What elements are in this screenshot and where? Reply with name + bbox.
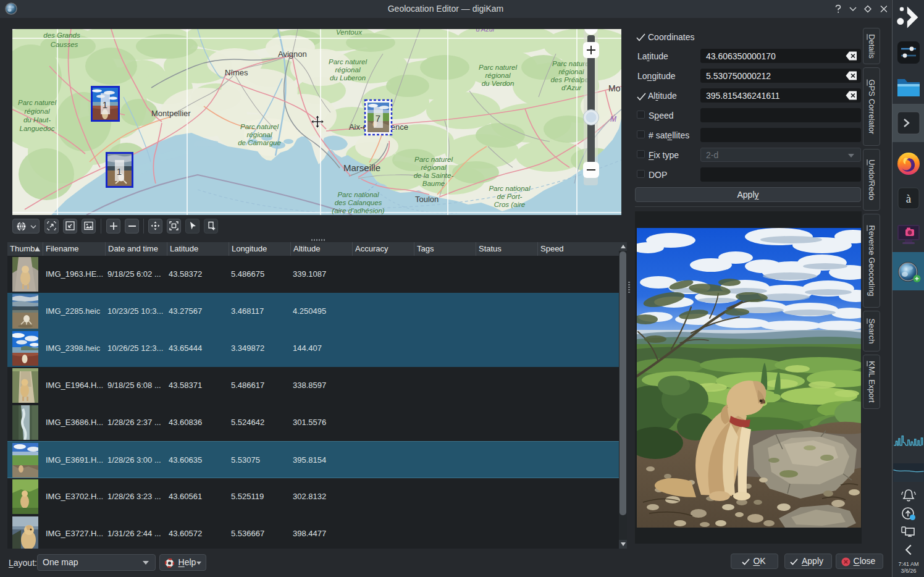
svg-text:7: 7 — [376, 113, 380, 124]
svg-text:Languedoc: Languedoc — [20, 125, 55, 132]
svg-text:d'Azur: d'Azur — [561, 84, 582, 91]
svg-text:du Luberon: du Luberon — [330, 74, 366, 82]
svg-text:1: 1 — [117, 166, 122, 177]
svg-text:Parc national: Parc national — [489, 185, 531, 192]
svg-text:d'Azur: d'Azur — [476, 29, 496, 33]
svg-text:Cros (aire: Cros (aire — [494, 201, 525, 208]
svg-text:régional: régional — [25, 107, 50, 115]
svg-text:Parc naturel: Parc naturel — [414, 156, 453, 163]
svg-text:Baume: Baume — [422, 180, 445, 187]
svg-text:régional: régional — [335, 66, 361, 74]
svg-text:Parc national: Parc national — [337, 191, 379, 198]
svg-text:Toulon: Toulon — [415, 195, 439, 204]
svg-text:Montpellier: Montpellier — [151, 109, 191, 118]
svg-text:1: 1 — [103, 99, 107, 110]
svg-text:Parc naturel: Parc naturel — [240, 123, 279, 130]
svg-text:Avignon: Avignon — [278, 49, 307, 59]
svg-text:du Verdon: du Verdon — [482, 80, 514, 87]
svg-text:de Port-: de Port- — [497, 193, 523, 200]
svg-text:Mo: Mo — [608, 83, 621, 93]
svg-text:régional: régional — [247, 131, 272, 138]
svg-text:Parc naturel: Parc naturel — [329, 58, 367, 65]
svg-text:des Calanques: des Calanques — [335, 199, 382, 206]
svg-text:Parc naturel: Parc naturel — [479, 64, 517, 71]
svg-text:(aire d'adhésion): (aire d'adhésion) — [332, 207, 384, 214]
svg-text:régional: régional — [559, 68, 584, 75]
svg-text:Parc naturel: Parc naturel — [18, 99, 56, 106]
svg-text:du Haut-: du Haut- — [23, 116, 51, 124]
svg-text:de la Sainte-: de la Sainte- — [414, 172, 454, 179]
svg-text:Ventoux: Ventoux — [336, 29, 363, 36]
svg-text:de Camargue: de Camargue — [238, 139, 281, 146]
svg-text:M: M — [610, 115, 616, 124]
svg-text:à: à — [906, 192, 912, 205]
svg-text:régional: régional — [485, 72, 511, 79]
svg-text:Nîmes: Nîmes — [225, 68, 248, 77]
svg-text:Marseille: Marseille — [343, 162, 380, 173]
svg-text:Causses: Causses — [51, 41, 78, 48]
svg-text:des Grands: des Grands — [43, 32, 80, 39]
svg-text:régional: régional — [421, 164, 447, 171]
